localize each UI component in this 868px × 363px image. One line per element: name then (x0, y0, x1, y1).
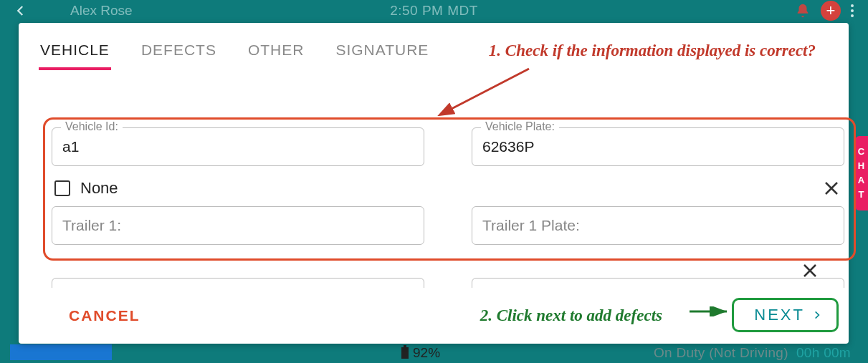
battery-indicator: 92% (401, 345, 440, 361)
tab-vehicle[interactable]: VEHICLE (39, 42, 111, 70)
back-arrow-icon[interactable] (14, 4, 27, 17)
bottom-action-button[interactable] (10, 344, 112, 360)
inspection-modal: VEHICLE DEFECTS OTHER SIGNATURE 1. Check… (19, 23, 849, 344)
vehicle-plate-label: Vehicle Plate: (481, 120, 559, 133)
vehicle-plate-field[interactable]: Vehicle Plate: (472, 127, 844, 166)
trailer-2-field[interactable] (52, 278, 424, 288)
close-icon (801, 262, 819, 279)
add-button[interactable]: + (821, 1, 841, 21)
trailer-1-plate-input[interactable] (482, 217, 834, 234)
tab-other[interactable]: OTHER (247, 42, 306, 70)
chat-side-tab[interactable]: C H A T (855, 136, 868, 210)
trailer-1-input[interactable] (62, 217, 414, 234)
annotation-step1: 1. Check if the information displayed is… (489, 42, 816, 60)
header-time: 2:50 PM MDT (390, 3, 478, 19)
remove-trailer-1-button[interactable] (823, 180, 840, 197)
tab-signature[interactable]: SIGNATURE (334, 42, 430, 70)
kebab-menu-icon[interactable] (851, 4, 854, 17)
vehicle-id-input[interactable] (62, 138, 414, 155)
annotation-arrow-1-icon (434, 64, 535, 116)
status-bar: 92% On Duty (Not Driving) 00h 00m (0, 343, 868, 363)
trailer-2-plate-field[interactable] (472, 278, 844, 288)
vehicle-form: Vehicle Id: Vehicle Plate: None (52, 127, 847, 245)
close-icon (823, 180, 840, 197)
vehicle-id-field[interactable]: Vehicle Id: (52, 127, 424, 166)
vehicle-plate-input[interactable] (482, 138, 834, 155)
trailer-2-row (52, 278, 847, 288)
chevron-right-icon (812, 310, 822, 320)
none-checkbox[interactable] (54, 180, 70, 196)
next-button[interactable]: NEXT (732, 298, 839, 332)
annotation-step2: 2. Click next to add defects (480, 306, 662, 325)
duty-status: On Duty (Not Driving) 00h 00m (654, 345, 851, 361)
none-label: None (80, 179, 118, 198)
modal-footer: CANCEL 2. Click next to add defects (39, 299, 829, 332)
vehicle-id-label: Vehicle Id: (61, 120, 123, 133)
user-name: Alex Rose (70, 3, 133, 19)
battery-percent: 92% (413, 345, 440, 361)
bell-icon[interactable] (795, 3, 811, 19)
trailer-1-plate-field[interactable] (472, 206, 844, 245)
tab-defects[interactable]: DEFECTS (140, 42, 218, 70)
app-header: Alex Rose 2:50 PM MDT + (0, 0, 868, 21)
trailer-none-row: None (52, 179, 424, 198)
next-button-label: NEXT (754, 306, 805, 324)
cancel-button[interactable]: CANCEL (69, 307, 140, 324)
battery-icon (401, 347, 409, 359)
trailer-1-field[interactable] (52, 206, 424, 245)
